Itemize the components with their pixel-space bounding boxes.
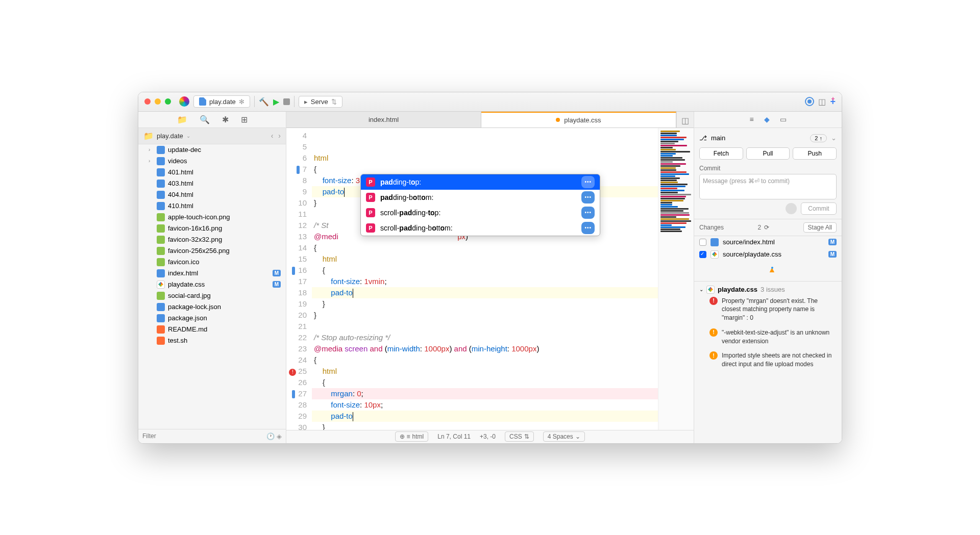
chevron-down-icon: ⌄ [186,133,190,139]
star-icon[interactable]: ✱ [222,115,229,124]
commit-button[interactable]: Commit [801,202,837,215]
file-favicon-32x32.png[interactable]: favicon-32x32.png [138,234,286,245]
gear-icon[interactable]: ✻ [239,98,244,106]
file-401.html[interactable]: 401.html [138,167,286,178]
hammer-icon[interactable]: 🔨 [259,97,269,107]
folder-icon: 📁 [143,131,154,141]
autocomplete-item[interactable]: Pscroll-padding-top:••• [361,205,600,220]
titlebar: play.date ✻ 🔨 ▶ ▸ Serve ⇅ ◫ + [138,92,842,112]
align-icon[interactable]: ≡ [749,115,753,123]
file-index.html[interactable]: index.htmlM [138,268,286,279]
file-403.html[interactable]: 403.html [138,178,286,189]
change-item[interactable]: source/playdate.cssM [694,248,842,261]
sidebar-filter: 🕐 ◈ [138,429,286,443]
autocomplete-item[interactable]: Pscroll-padding-bottom:••• [361,220,600,236]
sidebar-toolbar: 📁 🔍 ✱ ⊞ [138,112,286,128]
file-videos[interactable]: ›videos [138,156,286,167]
refresh-icon[interactable]: ⟳ [764,224,769,231]
serve-button[interactable]: ▸ Serve ⇅ [299,96,342,108]
file-410.html[interactable]: 410.html [138,200,286,212]
app-icon [179,96,189,107]
filter-input[interactable] [142,432,266,440]
search-icon[interactable]: 🔍 [200,115,210,124]
file-package-lock.json[interactable]: package-lock.json [138,301,286,313]
grid-icon[interactable]: ⊞ [241,115,248,124]
sidebar-header[interactable]: 📁 play.date ⌄ ‹ › [138,128,286,144]
chevron-down-icon: ⌄ [831,134,837,142]
autocomplete-item[interactable]: Ppadding-bottom:••• [361,190,600,205]
nav-back[interactable]: ‹ [271,132,274,140]
avatar[interactable] [786,203,797,214]
play-small-icon: ▸ [304,98,308,106]
run-button[interactable]: ▶ [273,97,279,107]
project-tab[interactable]: play.date ✻ [193,95,250,108]
panel-toggle[interactable]: ◫ [676,112,694,128]
file-social-card.jpg[interactable]: social-card.jpg [138,290,286,301]
file-sidebar: 📁 🔍 ✱ ⊞ 📁 play.date ⌄ ‹ › ›update-dec›vi… [138,112,286,443]
symbol-path[interactable]: ⊕ ≡ html [395,431,428,442]
minimap[interactable] [658,128,694,430]
change-item[interactable]: source/index.htmlM [694,236,842,248]
file-apple-touch-icon.png[interactable]: apple-touch-icon.png [138,212,286,223]
file-favicon-256x256.png[interactable]: favicon-256x256.png [138,245,286,257]
close-window[interactable] [144,98,151,105]
stage-all-button[interactable]: Stage All [803,222,837,233]
files-icon[interactable]: 📁 [177,115,187,124]
right-panel: ≡ ◆ ▭ ⎇ main 2 ↑ ⌄ Fetch Pull Push Commi… [694,112,842,443]
branch-row[interactable]: ⎇ main 2 ↑ ⌄ [699,132,837,144]
project-name: play.date [209,98,236,106]
css-file-icon [706,286,715,294]
issues-header[interactable]: ⌄ playdate.css 3 issues [699,286,837,294]
stop-button[interactable] [283,98,290,105]
autocomplete-item[interactable]: Ppadding-top:••• [361,174,600,190]
maximize-window[interactable] [165,98,171,105]
fetch-button[interactable]: Fetch [699,147,743,160]
indent-picker[interactable]: 4 Spaces ⌄ [543,431,585,442]
code-editor[interactable]: 456789101112131415161718192021222324!252… [286,128,658,430]
minimize-window[interactable] [155,98,161,105]
diff-stat: +3, -0 [480,433,496,440]
push-button[interactable]: Push [793,147,837,160]
nav-forward[interactable]: › [278,132,281,140]
add-icon[interactable]: + [830,96,836,107]
issue-item[interactable]: !"-webkit-text-size-adjust" is an unknow… [699,325,837,349]
autocomplete-popup[interactable]: Ppadding-top:•••Ppadding-bottom:•••Pscro… [360,174,600,236]
warning-triangle-icon[interactable] [764,267,773,275]
statusbar: ⊕ ≡ html Ln 7, Col 11 +3, -0 CSS ⇅ 4 Spa… [286,430,694,443]
tab-playdate-css[interactable]: playdate.css [481,112,676,128]
file-favicon.ico[interactable]: favicon.ico [138,257,286,268]
commit-message[interactable]: Message (press ⌘⏎ to commit) [699,174,837,199]
ahead-count: 2 ↑ [810,134,827,142]
file-favicon-16x16.png[interactable]: favicon-16x16.png [138,223,286,234]
chevron-down-icon: ⌄ [699,287,703,292]
commit-label: Commit [699,165,837,172]
document-icon [199,97,206,106]
preview-icon[interactable] [805,97,814,106]
checkbox[interactable] [699,251,706,258]
issue-item[interactable]: !Imported style sheets are not checked i… [699,348,837,372]
file-README.md[interactable]: README.md [138,324,286,335]
clock-icon[interactable]: 🕐 [266,432,275,440]
issues-panel: ⌄ playdate.css 3 issues !Property "mrgan… [694,281,842,443]
tab-index-html[interactable]: index.html [286,112,481,128]
changes-header: Changes 2 ⟳ Stage All [694,219,842,236]
modified-dot-icon [556,118,560,122]
file-update-dec[interactable]: ›update-dec [138,144,286,156]
file-404.html[interactable]: 404.html [138,189,286,200]
language-picker[interactable]: CSS ⇅ [505,431,534,442]
file-playdate.css[interactable]: playdate.cssM [138,279,286,290]
terminal-icon[interactable]: ▭ [780,115,787,123]
issue-item[interactable]: !Property "mrgan" doesn't exist. The clo… [699,294,837,325]
chevron-updown-icon: ⇅ [331,98,337,106]
file-tree: ›update-dec›videos401.html403.html404.ht… [138,144,286,429]
file-package.json[interactable]: package.json [138,313,286,324]
pull-button[interactable]: Pull [746,147,790,160]
branch-icon: ⎇ [699,134,707,142]
cursor-position[interactable]: Ln 7, Col 11 [437,433,471,440]
diamond-blue-icon[interactable]: ◆ [764,115,770,123]
checkbox[interactable] [699,239,706,246]
file-test.sh[interactable]: test.sh [138,335,286,346]
diamond-icon[interactable]: ◈ [277,432,282,440]
panel-icon[interactable]: ◫ [818,97,826,107]
editor-tabs: index.html playdate.css ◫ [286,112,694,128]
